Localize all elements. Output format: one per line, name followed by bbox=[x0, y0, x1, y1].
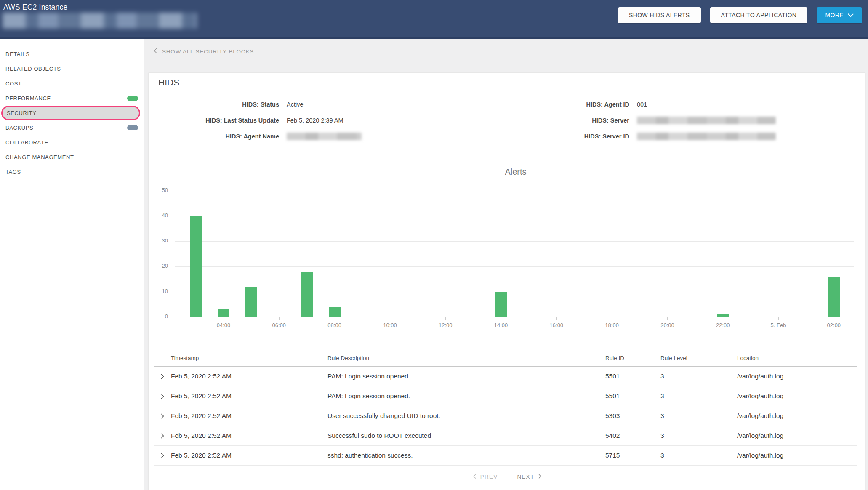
y-axis-label: 40 bbox=[149, 212, 168, 218]
cell-timestamp: Feb 5, 2020 2:52 AM bbox=[171, 432, 327, 439]
cell-rule-description: PAM: Login session opened. bbox=[327, 373, 605, 380]
redacted-value bbox=[637, 133, 776, 140]
prev-button[interactable]: PREV bbox=[473, 474, 498, 480]
table-row[interactable]: Feb 5, 2020 2:52 AMPAM: Login session op… bbox=[154, 367, 857, 386]
x-axis-label: 18:00 bbox=[594, 322, 630, 328]
show-all-security-blocks-link[interactable]: SHOW ALL SECURITY BLOCKS bbox=[154, 48, 254, 55]
sidebar-item-label: TAGS bbox=[5, 169, 21, 175]
cell-rule-description: sshd: authentication success. bbox=[327, 452, 605, 459]
chevron-down-icon bbox=[848, 12, 854, 19]
cell-rule-level: 3 bbox=[660, 412, 737, 420]
chevron-left-icon bbox=[154, 48, 157, 55]
attach-to-application-button[interactable]: ATTACH TO APPLICATION bbox=[710, 7, 808, 23]
field-label-hids-status: HIDS: Status bbox=[153, 101, 279, 108]
sidebar-item-details[interactable]: DETAILS bbox=[0, 47, 144, 61]
cell-location: /var/log/auth.log bbox=[737, 392, 857, 400]
field-label-hids-agent-id: HIDS: Agent ID bbox=[498, 101, 629, 108]
sidebar-item-label: DETAILS bbox=[5, 51, 29, 57]
x-axis-label: 08:00 bbox=[317, 322, 352, 328]
x-axis-label: 20:00 bbox=[650, 322, 685, 328]
field-value-hids-status: Active bbox=[287, 101, 473, 108]
sidebar-item-label: BACKUPS bbox=[5, 125, 33, 131]
x-axis-tick bbox=[224, 317, 224, 320]
alerts-table: TimestampRule DescriptionRule IDRule Lev… bbox=[154, 350, 857, 466]
sidebar-item-tags[interactable]: TAGS bbox=[0, 165, 144, 179]
chart-bar bbox=[190, 216, 202, 317]
x-axis-tick bbox=[667, 317, 668, 320]
chart-gridline bbox=[175, 191, 854, 191]
show-hids-alerts-button[interactable]: SHOW HIDS ALERTS bbox=[618, 7, 701, 23]
table-row[interactable]: Feb 5, 2020 2:52 AMUser successfully cha… bbox=[154, 406, 857, 426]
column-header: Location bbox=[737, 355, 857, 361]
row-expand-chevron-icon[interactable] bbox=[154, 374, 171, 379]
cell-rule-description: PAM: Login session opened. bbox=[327, 392, 605, 400]
card-title: HIDS bbox=[158, 77, 179, 88]
next-button[interactable]: NEXT bbox=[517, 474, 541, 480]
alerts-chart: Alerts 0102030405004:0006:0008:0010:0012… bbox=[149, 170, 866, 343]
cell-rule-level: 3 bbox=[660, 432, 737, 439]
row-expand-chevron-icon[interactable] bbox=[154, 433, 171, 439]
row-expand-chevron-icon[interactable] bbox=[154, 394, 171, 399]
cell-rule-level: 3 bbox=[660, 392, 737, 400]
cell-rule-description: User successfully changed UID to root. bbox=[327, 412, 605, 420]
field-value-hids-server-id bbox=[637, 133, 852, 140]
redacted-value bbox=[287, 133, 362, 140]
column-header: Rule ID bbox=[605, 355, 660, 361]
x-axis-tick bbox=[445, 317, 446, 320]
cell-rule-level: 3 bbox=[660, 373, 737, 380]
sidebar-item-collaborate[interactable]: COLLABORATE bbox=[0, 135, 144, 150]
cell-location: /var/log/auth.log bbox=[737, 452, 857, 459]
table-row[interactable]: Feb 5, 2020 2:52 AMsshd: authentication … bbox=[154, 446, 857, 466]
header-actions: SHOW HIDS ALERTS ATTACH TO APPLICATION M… bbox=[618, 7, 862, 23]
y-axis-label: 0 bbox=[149, 313, 168, 320]
pagination: PREV NEXT bbox=[149, 474, 866, 480]
field-label-hids-server-id: HIDS: Server ID bbox=[498, 133, 629, 140]
redacted-value bbox=[637, 117, 776, 124]
sidebar-item-change-management[interactable]: CHANGE MANAGEMENT bbox=[0, 150, 144, 165]
chart-gridline bbox=[175, 266, 854, 267]
row-expand-chevron-icon[interactable] bbox=[154, 453, 171, 458]
more-button[interactable]: MORE bbox=[817, 7, 862, 23]
cell-timestamp: Feb 5, 2020 2:52 AM bbox=[171, 392, 327, 400]
hids-fields-left: HIDS: StatusActiveHIDS: Last Status Upda… bbox=[153, 96, 473, 144]
chart-gridline bbox=[175, 317, 854, 317]
x-axis-tick bbox=[556, 317, 557, 320]
cell-location: /var/log/auth.log bbox=[737, 412, 857, 420]
page-title: AWS EC2 Instance bbox=[3, 3, 67, 12]
x-axis-tick bbox=[834, 317, 834, 320]
sidebar-item-security[interactable]: SECURITY bbox=[1, 106, 140, 120]
y-axis-label: 50 bbox=[149, 187, 168, 193]
sidebar-item-label: COST bbox=[5, 80, 22, 87]
chart-bar bbox=[828, 277, 840, 317]
x-axis-label: 14:00 bbox=[483, 322, 519, 328]
chart-bar bbox=[218, 309, 229, 317]
x-axis-label: 02:00 bbox=[816, 322, 852, 328]
status-dot-slate bbox=[127, 125, 138, 130]
sidebar-item-backups[interactable]: BACKUPS bbox=[0, 120, 144, 135]
table-row[interactable]: Feb 5, 2020 2:52 AMPAM: Login session op… bbox=[154, 386, 857, 406]
sidebar-item-cost[interactable]: COST bbox=[0, 76, 144, 91]
cell-timestamp: Feb 5, 2020 2:52 AM bbox=[171, 452, 327, 459]
y-axis-label: 20 bbox=[149, 263, 168, 269]
x-axis-tick bbox=[778, 317, 779, 320]
sidebar-item-label: RELATED OBJECTS bbox=[5, 66, 61, 72]
sidebar-item-performance[interactable]: PERFORMANCE bbox=[0, 91, 144, 106]
y-axis-label: 30 bbox=[149, 237, 168, 244]
column-header: Rule Description bbox=[327, 355, 605, 361]
x-axis-tick bbox=[390, 317, 390, 320]
hids-card: HIDS HIDS: StatusActiveHIDS: Last Status… bbox=[148, 72, 865, 490]
sidebar-item-related-objects[interactable]: RELATED OBJECTS bbox=[0, 61, 144, 76]
column-header: Timestamp bbox=[171, 355, 327, 361]
chevron-left-icon bbox=[473, 474, 476, 480]
sidebar-item-label: PERFORMANCE bbox=[5, 95, 51, 101]
cell-rule-level: 3 bbox=[660, 452, 737, 459]
x-axis-label: 04:00 bbox=[206, 322, 241, 328]
row-expand-chevron-icon[interactable] bbox=[154, 413, 171, 419]
cell-rule-id: 5402 bbox=[605, 432, 660, 439]
chart-bar bbox=[495, 292, 507, 317]
chart-bar bbox=[301, 272, 313, 317]
chart-title: Alerts bbox=[177, 167, 854, 177]
table-row[interactable]: Feb 5, 2020 2:52 AMSuccessful sudo to RO… bbox=[154, 426, 857, 446]
x-axis-label: 12:00 bbox=[428, 322, 463, 328]
cell-rule-id: 5501 bbox=[605, 392, 660, 400]
